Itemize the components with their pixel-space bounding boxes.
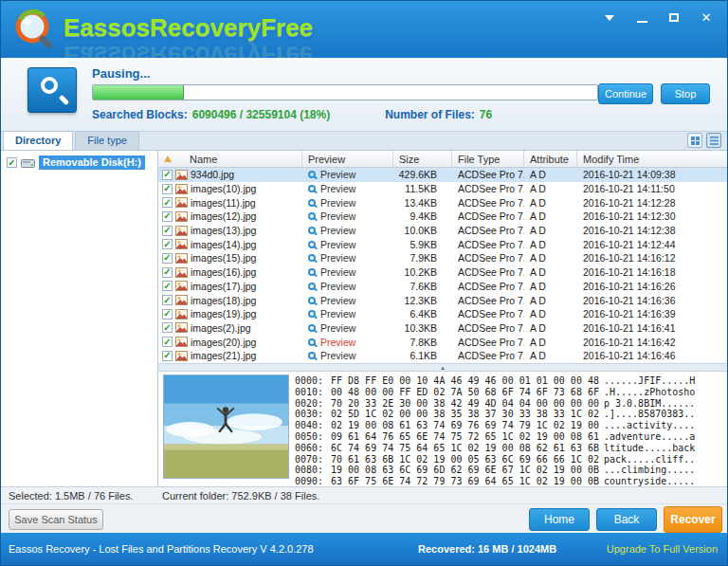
file-modify-time: 2016-10-21 14:16:18	[577, 266, 727, 278]
save-scan-status-button[interactable]: Save Scan Status	[9, 509, 103, 530]
column-header-modify-time[interactable]: Modify Time	[577, 151, 727, 167]
table-row[interactable]: images(16).jpg Preview 10.2KB ACDSee Pro…	[158, 265, 727, 280]
file-type: ACDSee Pro 7...	[452, 252, 524, 264]
tab-directory[interactable]: Directory	[3, 131, 73, 150]
progress-fill	[93, 85, 184, 100]
recover-button[interactable]: Recover	[664, 506, 722, 533]
checkbox-checked-icon[interactable]	[162, 211, 173, 222]
preview-link[interactable]: Preview	[302, 183, 393, 194]
file-modify-time: 2016-10-21 14:16:36	[577, 295, 727, 306]
preview-label: Preview	[320, 225, 355, 236]
file-modify-time: 2016-10-21 14:16:39	[577, 308, 727, 320]
column-header-preview[interactable]: Preview	[302, 151, 393, 167]
image-file-icon	[175, 351, 188, 361]
column-header-size[interactable]: Size	[393, 151, 452, 167]
window-menu-icon[interactable]	[602, 10, 617, 25]
preview-link[interactable]: Preview	[302, 295, 393, 306]
table-row[interactable]: images(20).jpg Preview 7.8KB ACDSee Pro …	[158, 335, 727, 349]
checkbox-checked-icon[interactable]	[162, 309, 173, 320]
checkbox-checked-icon[interactable]	[162, 322, 173, 333]
table-row[interactable]: images(17).jpg Preview 7.6KB ACDSee Pro …	[158, 280, 727, 294]
preview-link[interactable]: Preview	[302, 308, 393, 320]
search-icon	[27, 67, 77, 113]
table-row[interactable]: 934d0.jpg Preview 429.6KB ACDSee Pro 7..…	[158, 168, 727, 182]
checkbox-checked-icon[interactable]	[162, 337, 173, 347]
hex-offset: 0000:	[295, 375, 331, 387]
preview-link[interactable]: Preview	[302, 210, 393, 222]
file-type: ACDSee Pro 7...	[452, 210, 524, 222]
file-type: ACDSee Pro 7...	[452, 295, 524, 306]
checkbox-checked-icon[interactable]	[162, 170, 173, 180]
preview-label: Preview	[320, 210, 355, 222]
hex-offset: 0020:	[295, 398, 331, 410]
scan-stats: Searched Blocks:6090496 / 32559104 (18%)…	[92, 108, 492, 121]
file-type: ACDSee Pro 7...	[452, 239, 524, 250]
checkbox-checked-icon[interactable]	[162, 267, 173, 278]
panel-splitter[interactable]	[158, 363, 727, 372]
thumbnail-view-icon[interactable]	[687, 133, 702, 148]
checkbox-checked-icon[interactable]	[162, 281, 173, 291]
file-type: ACDSee Pro 7...	[452, 183, 524, 194]
close-icon[interactable]	[699, 10, 714, 25]
table-row[interactable]: images(15).jpg Preview 7.9KB ACDSee Pro …	[158, 251, 727, 265]
tab-file-type[interactable]: File type	[75, 131, 139, 150]
hex-line: 0040: 02 19 00 08 61 63 74 69 76 69 74 7…	[295, 420, 727, 431]
preview-link[interactable]: Preview	[302, 225, 393, 236]
upgrade-link[interactable]: Upgrade To Full Version	[607, 543, 718, 555]
list-view-icon[interactable]	[706, 133, 721, 148]
minimize-icon[interactable]	[634, 10, 649, 25]
preview-link[interactable]: Preview	[302, 266, 393, 278]
checkbox-checked-icon[interactable]	[7, 157, 17, 168]
magnifier-icon	[308, 268, 316, 276]
checkbox-checked-icon[interactable]	[162, 253, 173, 264]
magnifier-icon	[308, 241, 316, 248]
home-button[interactable]: Home	[529, 508, 590, 531]
table-row[interactable]: images(14).jpg Preview 5.9KB ACDSee Pro …	[158, 237, 727, 251]
magnifier-icon	[308, 297, 316, 304]
back-button[interactable]: Back	[596, 508, 657, 531]
preview-link[interactable]: Preview	[302, 281, 393, 292]
stop-button[interactable]: Stop	[661, 83, 710, 104]
preview-link[interactable]: Preview	[302, 322, 393, 334]
table-row[interactable]: images(18).jpg Preview 12.3KB ACDSee Pro…	[158, 293, 727, 307]
table-row[interactable]: images(19).jpg Preview 6.4KB ACDSee Pro …	[158, 307, 727, 321]
hex-bytes: FF D8 FF E0 00 10 4A 46 49 46 00 01 01 0…	[331, 375, 604, 387]
preview-link[interactable]: Preview	[302, 252, 393, 264]
hex-bytes: 02 5D 1C 02 00 00 38 35 38 37 30 33 38 3…	[331, 409, 604, 420]
continue-button[interactable]: Continue	[598, 83, 653, 104]
tree-item-removable-disk[interactable]: Removable Disk(H:)	[1, 155, 157, 171]
table-row[interactable]: images(12).jpg Preview 9.4KB ACDSee Pro …	[158, 210, 727, 224]
checkbox-checked-icon[interactable]	[162, 184, 173, 194]
file-type: ACDSee Pro 7...	[452, 197, 524, 209]
app-window: EassosRecoveryFree EassosRecoveryFree Pa…	[0, 0, 728, 566]
table-row[interactable]: images(21).jpg Preview 6.1KB ACDSee Pro …	[158, 349, 727, 363]
recovered-value: 16 MB / 1024MB	[478, 543, 556, 555]
image-file-icon	[175, 337, 188, 347]
preview-link[interactable]: Preview	[302, 350, 393, 361]
file-modify-time: 2016-10-21 14:16:46	[577, 350, 727, 361]
checkbox-checked-icon[interactable]	[162, 197, 173, 208]
column-header-name[interactable]: Name	[158, 151, 302, 167]
file-name: images(2).jpg	[191, 322, 251, 334]
file-size: 7.9KB	[393, 252, 452, 264]
column-header-file-type[interactable]: File Type	[452, 151, 524, 167]
titlebar: EassosRecoveryFree EassosRecoveryFree	[1, 1, 727, 58]
checkbox-checked-icon[interactable]	[162, 226, 173, 236]
column-header-attribute[interactable]: Attribute	[524, 151, 577, 167]
maximize-icon[interactable]	[666, 10, 682, 25]
preview-link[interactable]: Preview	[302, 169, 393, 180]
table-row[interactable]: images(10).jpg Preview 11.5KB ACDSee Pro…	[158, 182, 727, 196]
checkbox-checked-icon[interactable]	[162, 239, 173, 249]
magnifier-icon	[308, 212, 316, 220]
table-row[interactable]: images(11).jpg Preview 13.4KB ACDSee Pro…	[158, 195, 727, 210]
preview-link[interactable]: Preview	[302, 337, 393, 348]
file-attribute: A D	[524, 183, 577, 194]
collapse-up-icon[interactable]	[425, 364, 461, 371]
table-row[interactable]: images(13).jpg Preview 10.0KB ACDSee Pro…	[158, 224, 727, 238]
checkbox-checked-icon[interactable]	[162, 295, 173, 305]
preview-link[interactable]: Preview	[302, 239, 393, 250]
hex-offset: 0040:	[295, 420, 331, 431]
table-row[interactable]: images(2).jpg Preview 10.3KB ACDSee Pro …	[158, 321, 727, 336]
checkbox-checked-icon[interactable]	[162, 351, 173, 361]
preview-link[interactable]: Preview	[302, 197, 393, 209]
